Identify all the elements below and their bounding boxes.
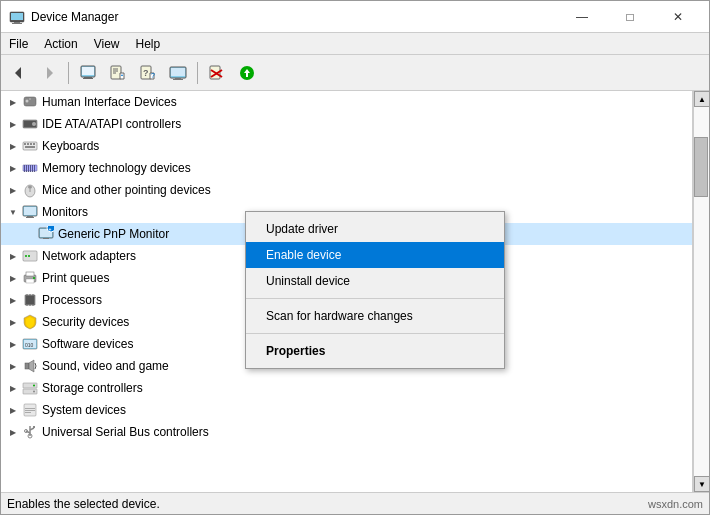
menu-help[interactable]: Help bbox=[128, 33, 169, 54]
toolbar: ? ? bbox=[1, 55, 709, 91]
vertical-scrollbar[interactable]: ▲ ▼ bbox=[693, 91, 709, 492]
main-content: ▶ Human Interface Devices ▶ bbox=[1, 91, 709, 492]
monitor-child-icon: + bbox=[37, 225, 55, 243]
svg-rect-53 bbox=[27, 216, 33, 217]
svg-rect-21 bbox=[171, 68, 185, 76]
enable-icon bbox=[238, 64, 256, 82]
svg-marker-80 bbox=[29, 360, 34, 372]
svg-rect-38 bbox=[30, 143, 32, 145]
tree-label: Universal Serial Bus controllers bbox=[42, 425, 692, 439]
system-icon bbox=[21, 401, 39, 419]
scroll-down-button[interactable]: ▼ bbox=[694, 476, 709, 492]
svg-rect-52 bbox=[24, 207, 36, 215]
expand-arrow: ▶ bbox=[5, 160, 21, 176]
forward-button[interactable] bbox=[35, 59, 63, 87]
tree-item-human-interface[interactable]: ▶ Human Interface Devices bbox=[1, 91, 692, 113]
svg-rect-7 bbox=[82, 67, 94, 75]
toolbar-separator-2 bbox=[197, 62, 198, 84]
properties-icon bbox=[79, 64, 97, 82]
properties-button[interactable] bbox=[74, 59, 102, 87]
svg-rect-44 bbox=[28, 165, 29, 172]
memory-icon bbox=[21, 159, 39, 177]
tree-item-keyboards[interactable]: ▶ Keyboards bbox=[1, 135, 692, 157]
svg-point-62 bbox=[25, 255, 27, 257]
ctx-uninstall-device[interactable]: Uninstall device bbox=[246, 268, 504, 294]
maximize-button[interactable]: □ bbox=[607, 1, 653, 33]
svg-point-30 bbox=[26, 100, 29, 103]
svg-rect-47 bbox=[34, 165, 35, 172]
ctx-scan-hardware[interactable]: Scan for hardware changes bbox=[246, 303, 504, 329]
svg-rect-88 bbox=[25, 412, 31, 413]
svg-rect-43 bbox=[26, 165, 27, 172]
svg-rect-36 bbox=[24, 143, 26, 145]
minimize-button[interactable]: — bbox=[559, 1, 605, 33]
hid-icon bbox=[21, 93, 39, 111]
tree-item-mice[interactable]: ▶ Mice and other pointing devices bbox=[1, 179, 692, 201]
ide-icon bbox=[21, 115, 39, 133]
processor-icon bbox=[21, 291, 39, 309]
security-icon bbox=[21, 313, 39, 331]
context-menu: Update driver Enable device Uninstall de… bbox=[245, 211, 505, 369]
svg-rect-45 bbox=[30, 165, 31, 172]
help-icon: ? ? bbox=[139, 64, 157, 82]
svg-text:+: + bbox=[49, 226, 52, 232]
tree-item-ide-ata[interactable]: ▶ IDE ATA/ATAPI controllers bbox=[1, 113, 692, 135]
back-icon bbox=[10, 64, 28, 82]
expand-arrow: ▶ bbox=[5, 424, 21, 440]
svg-rect-2 bbox=[14, 22, 20, 23]
status-text: Enables the selected device. bbox=[7, 497, 160, 511]
forward-icon bbox=[40, 64, 58, 82]
tree-label: System devices bbox=[42, 403, 692, 417]
expand-arrow: ▶ bbox=[5, 358, 21, 374]
menu-view[interactable]: View bbox=[86, 33, 128, 54]
ctx-separator-2 bbox=[246, 333, 504, 334]
ctx-properties[interactable]: Properties bbox=[246, 338, 504, 364]
monitor-icon bbox=[21, 203, 39, 221]
expand-arrow: ▶ bbox=[5, 402, 21, 418]
back-button[interactable] bbox=[5, 59, 33, 87]
driver-update-icon bbox=[109, 64, 127, 82]
close-button[interactable]: ✕ bbox=[655, 1, 701, 33]
expand-arrow: ▶ bbox=[5, 138, 21, 154]
tree-item-storage[interactable]: ▶ Storage controllers bbox=[1, 377, 692, 399]
title-bar: Device Manager — □ ✕ bbox=[1, 1, 709, 33]
enable-button[interactable] bbox=[233, 59, 261, 87]
svg-point-50 bbox=[28, 186, 32, 189]
computer-view-button[interactable] bbox=[164, 59, 192, 87]
svg-rect-66 bbox=[26, 279, 34, 283]
ctx-enable-device[interactable]: Enable device bbox=[246, 242, 504, 268]
svg-text:?: ? bbox=[151, 72, 155, 79]
toolbar-separator-1 bbox=[68, 62, 69, 84]
title-bar-icon bbox=[9, 9, 25, 25]
svg-rect-69 bbox=[26, 296, 34, 304]
ctx-update-driver[interactable]: Update driver bbox=[246, 216, 504, 242]
remove-button[interactable] bbox=[203, 59, 231, 87]
tree-label: Keyboards bbox=[42, 139, 692, 153]
svg-rect-65 bbox=[26, 272, 34, 276]
tree-label: IDE ATA/ATAPI controllers bbox=[42, 117, 692, 131]
tree-item-usb[interactable]: ▶ Universal Serial Bus controllers bbox=[1, 421, 692, 443]
svg-rect-86 bbox=[25, 408, 35, 409]
status-bar: Enables the selected device. wsxdn.com bbox=[1, 492, 709, 514]
svg-rect-87 bbox=[25, 410, 35, 411]
svg-rect-23 bbox=[173, 79, 183, 80]
tree-item-memory[interactable]: ▶ Memory technology devices bbox=[1, 157, 692, 179]
svg-rect-37 bbox=[27, 143, 29, 145]
print-icon bbox=[21, 269, 39, 287]
expand-arrow: ▶ bbox=[5, 116, 21, 132]
sound-icon bbox=[21, 357, 39, 375]
title-left: Device Manager bbox=[9, 9, 118, 25]
help-button[interactable]: ? ? bbox=[134, 59, 162, 87]
expand-arrow: ▶ bbox=[5, 94, 21, 110]
menu-action[interactable]: Action bbox=[36, 33, 85, 54]
tree-item-system[interactable]: ▶ System devices bbox=[1, 399, 692, 421]
scroll-thumb[interactable] bbox=[694, 137, 708, 197]
scroll-track[interactable] bbox=[694, 107, 709, 476]
scroll-up-button[interactable]: ▲ bbox=[694, 91, 709, 107]
menu-bar: File Action View Help bbox=[1, 33, 709, 55]
driver-update-button[interactable] bbox=[104, 59, 132, 87]
network-icon bbox=[21, 247, 39, 265]
menu-file[interactable]: File bbox=[1, 33, 36, 54]
expand-arrow: ▼ bbox=[5, 204, 21, 220]
expand-arrow: ▶ bbox=[5, 336, 21, 352]
